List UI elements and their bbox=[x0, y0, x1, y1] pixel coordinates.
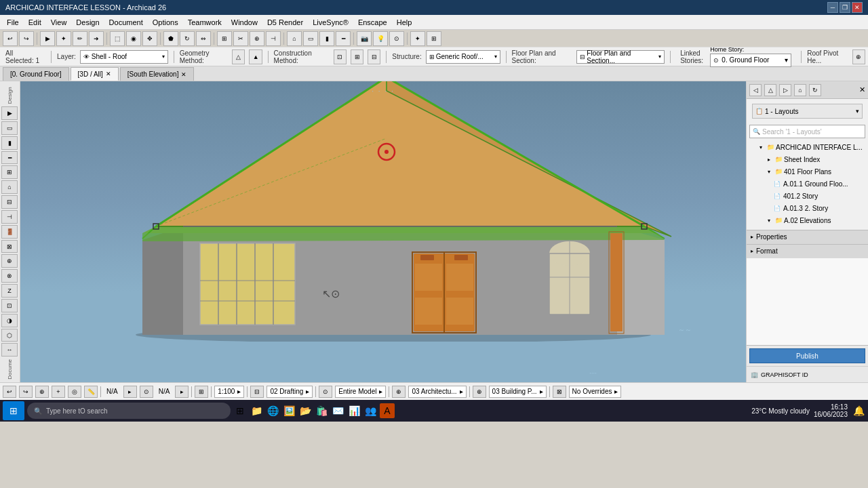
orbit-btn[interactable]: ◉ bbox=[126, 31, 141, 46]
graphisoft-row[interactable]: 🏢 GRAPHISOFT ID bbox=[747, 366, 868, 382]
con-btn3[interactable]: ⊟ bbox=[368, 49, 380, 64]
rp-nav-back[interactable]: ◁ bbox=[749, 84, 762, 96]
wall-tool[interactable]: ▭ bbox=[1, 121, 18, 135]
curtain-tool[interactable]: ⊡ bbox=[1, 299, 18, 312]
window-tool[interactable]: ⊠ bbox=[1, 240, 18, 253]
intersect-btn[interactable]: ⊕ bbox=[250, 31, 264, 46]
elev-btn[interactable]: ⊞ bbox=[427, 31, 441, 46]
slab-tool[interactable]: ⊞ bbox=[1, 165, 18, 179]
home-story-dropdown[interactable]: ⊙ 0. Ground Floor ▾ bbox=[710, 54, 791, 67]
layouts-dropdown[interactable]: 📋 1 - Layouts ▾ bbox=[752, 104, 863, 119]
redo-button[interactable]: ↪ bbox=[19, 31, 34, 46]
railing-tool[interactable]: ⊣ bbox=[1, 210, 18, 224]
menu-livesync[interactable]: LiveSync® bbox=[309, 17, 353, 28]
taskbar-notifications[interactable]: 🔔 bbox=[852, 404, 865, 418]
restore-button[interactable]: ❐ bbox=[840, 2, 850, 13]
morph-tool[interactable]: ⬡ bbox=[1, 329, 18, 342]
sb-building-icon[interactable]: ⊕ bbox=[473, 386, 486, 398]
sb-zoom-fit[interactable]: ⊕ bbox=[35, 386, 49, 398]
tree-root[interactable]: ▾ 📁 ARCHICAD INTERFACE L... bbox=[748, 141, 867, 153]
pan-btn[interactable]: ✥ bbox=[142, 31, 157, 46]
sb-sym[interactable]: ⊙ bbox=[140, 386, 153, 398]
sb-overrides-dropdown[interactable]: No Overrides ▸ bbox=[569, 386, 622, 398]
menu-window[interactable]: Window bbox=[227, 17, 262, 28]
tree-a013[interactable]: 📄 A.01.3 2. Story bbox=[748, 202, 867, 214]
taskbar-store[interactable]: 🛍️ bbox=[315, 404, 328, 418]
sb-override-icon[interactable]: ⊠ bbox=[553, 386, 566, 398]
taskbar-explorer[interactable]: 📁 bbox=[250, 404, 263, 418]
taskbar-view-btn[interactable]: ⊞ bbox=[233, 404, 247, 418]
select-button[interactable]: ▶ bbox=[40, 31, 55, 46]
marquee-btn[interactable]: ⬚ bbox=[110, 31, 125, 46]
publish-button[interactable]: Publish bbox=[749, 348, 865, 363]
roof-tool[interactable]: ⌂ bbox=[1, 180, 18, 194]
tab-3d-close[interactable]: ✕ bbox=[106, 70, 111, 77]
rotate-btn[interactable]: ↻ bbox=[180, 31, 195, 46]
taskbar-office[interactable]: 📊 bbox=[347, 404, 361, 418]
sb-zoom-dropdown[interactable]: 1:100 ▸ bbox=[214, 386, 244, 398]
canvas-area[interactable]: ↖⊙ ···· ～～ · · · · bbox=[20, 81, 746, 382]
object-tool[interactable]: ⊕ bbox=[1, 254, 18, 268]
camera-btn[interactable]: 📷 bbox=[357, 31, 372, 46]
taskbar-search[interactable]: 🔍 Type here tO search bbox=[27, 403, 231, 419]
minimize-button[interactable]: ─ bbox=[827, 2, 838, 13]
con-btn2[interactable]: ⊞ bbox=[351, 49, 363, 64]
rp-nav-forward[interactable]: ▷ bbox=[779, 84, 791, 96]
arrow-button[interactable]: ➜ bbox=[89, 31, 104, 46]
mesh-tool[interactable]: ⊗ bbox=[1, 269, 18, 283]
tree-elevations[interactable]: ▾ 📁 A.02 Elevations bbox=[748, 214, 867, 226]
rp-nav-up[interactable]: △ bbox=[764, 84, 776, 96]
pen-button[interactable]: ✏ bbox=[73, 31, 87, 46]
sb-view-btn[interactable]: ⊞ bbox=[195, 386, 208, 398]
offset-btn[interactable]: ⊞ bbox=[217, 31, 232, 46]
taskbar-photos[interactable]: 🖼️ bbox=[282, 404, 296, 418]
sb-arch-dropdown[interactable]: 03 Architectu... ▸ bbox=[408, 386, 466, 398]
menu-edit[interactable]: Edit bbox=[24, 17, 45, 28]
shell-tool[interactable]: ◑ bbox=[1, 314, 18, 327]
undo-button[interactable]: ↩ bbox=[3, 31, 18, 46]
wall-btn[interactable]: ▭ bbox=[303, 31, 318, 46]
mirror-btn[interactable]: ⇔ bbox=[196, 31, 211, 46]
rp-nav-refresh[interactable]: ↻ bbox=[809, 84, 821, 96]
column-tool[interactable]: ▮ bbox=[1, 136, 18, 150]
con-btn1[interactable]: ⊡ bbox=[334, 49, 347, 64]
zone-tool[interactable]: Z bbox=[1, 284, 18, 298]
menu-design[interactable]: Design bbox=[72, 17, 103, 28]
beam-btn[interactable]: ━ bbox=[336, 31, 351, 46]
start-button[interactable]: ⊞ bbox=[3, 401, 24, 420]
tab-ground-floor[interactable]: [0. Ground Floor] bbox=[3, 67, 69, 81]
tree-floor-plans[interactable]: ▾ 📁 401 Floor Plans bbox=[748, 165, 867, 178]
tree-sheet-index[interactable]: ▸ 📁 Sheet Index bbox=[748, 153, 867, 165]
trim-btn[interactable]: ✂ bbox=[233, 31, 248, 46]
rp-close-x[interactable]: ✕ bbox=[859, 85, 865, 94]
properties-header[interactable]: ▸ Properties bbox=[747, 230, 868, 244]
render-btn[interactable]: ⊙ bbox=[389, 31, 404, 46]
menu-view[interactable]: View bbox=[47, 17, 71, 28]
menu-d5render[interactable]: D5 Render bbox=[263, 17, 307, 28]
tab-south-close[interactable]: ✕ bbox=[181, 71, 186, 78]
format-header[interactable]: ▸ Format bbox=[747, 245, 868, 258]
geo-btn1[interactable]: △ bbox=[232, 49, 245, 64]
menu-teamwork[interactable]: Teamwork bbox=[184, 17, 226, 28]
tree-container[interactable]: ▾ 📁 ARCHICAD INTERFACE L... ▸ 📁 Sheet In… bbox=[747, 140, 868, 230]
close-button[interactable]: ✕ bbox=[852, 2, 863, 13]
menu-document[interactable]: Document bbox=[105, 17, 147, 28]
rp-nav-home[interactable]: ⌂ bbox=[794, 84, 806, 96]
taskbar-edge[interactable]: 🌐 bbox=[266, 404, 279, 418]
roof-pivot-btn[interactable]: ⊕ bbox=[852, 49, 865, 64]
sb-zoom-in[interactable]: + bbox=[52, 386, 65, 398]
door-tool[interactable]: 🚪 bbox=[1, 225, 18, 239]
taskbar-file-explorer[interactable]: 📂 bbox=[298, 404, 312, 418]
light-btn[interactable]: 💡 bbox=[373, 31, 388, 46]
sb-model-icon[interactable]: ⊙ bbox=[319, 386, 332, 398]
sb-building-dropdown[interactable]: 03 Building P... ▸ bbox=[489, 386, 547, 398]
sb-model-dropdown[interactable]: Entire Model ▸ bbox=[335, 386, 386, 398]
taskbar-teams[interactable]: 👥 bbox=[363, 404, 377, 418]
polygon-btn[interactable]: ⬟ bbox=[163, 31, 178, 46]
tab-south-elevation[interactable]: [South Elevation] ✕ bbox=[120, 67, 195, 81]
tree-a011[interactable]: 📄 A.01.1 Ground Floo... bbox=[748, 178, 867, 190]
menu-enscape[interactable]: Enscape bbox=[354, 17, 391, 28]
sb-layer-dropdown[interactable]: 02 Drafting ▸ bbox=[267, 386, 313, 398]
sb-layer-icon[interactable]: ⊟ bbox=[250, 386, 264, 398]
sb-arrow1[interactable]: ▸ bbox=[123, 386, 137, 398]
